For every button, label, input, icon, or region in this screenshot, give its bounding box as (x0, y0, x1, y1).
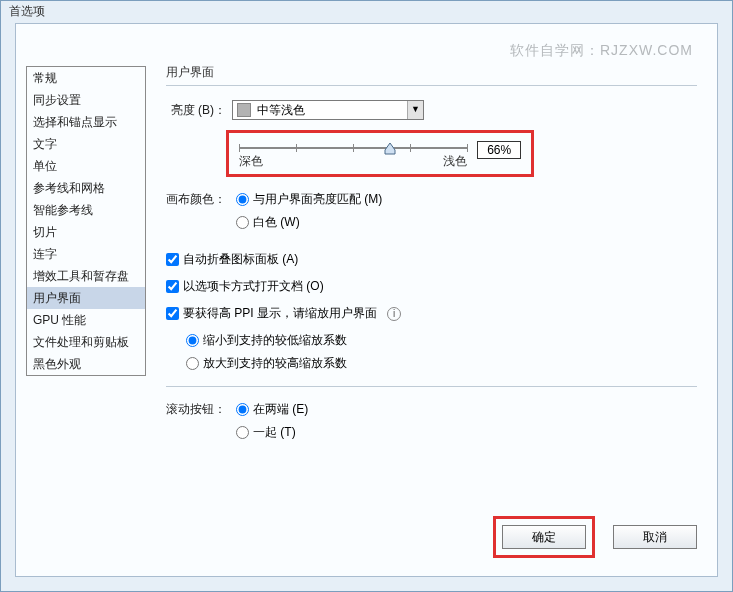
radio-option[interactable]: 一起 (T) (236, 424, 308, 441)
radio-label: 一起 (T) (253, 424, 296, 441)
dialog-title: 首选项 (1, 1, 732, 21)
brightness-selected: 中等浅色 (255, 102, 407, 119)
open-tabs-row[interactable]: 以选项卡方式打开文档 (O) (166, 278, 697, 295)
brightness-row: 亮度 (B)： 中等浅色 ▼ (166, 100, 697, 120)
radio-label: 在两端 (E) (253, 401, 308, 418)
high-ppi-group: 缩小到支持的较低缩放系数放大到支持的较高缩放系数 (186, 332, 697, 372)
radio-option[interactable]: 放大到支持的较高缩放系数 (186, 355, 697, 372)
radio-option[interactable]: 白色 (W) (236, 214, 382, 231)
sidebar-item[interactable]: 常规 (27, 67, 145, 89)
radio-label: 放大到支持的较高缩放系数 (203, 355, 347, 372)
content-area: 软件自学网：RJZXW.COM 常规同步设置选择和锚点显示文字单位参考线和网格智… (15, 23, 718, 577)
sidebar-item[interactable]: 黑色外观 (27, 353, 145, 375)
slider-thumb[interactable] (384, 141, 396, 155)
ok-button[interactable]: 确定 (502, 525, 586, 549)
sidebar-item[interactable]: 用户界面 (27, 287, 145, 309)
auto-collapse-row[interactable]: 自动折叠图标面板 (A) (166, 251, 697, 268)
sidebar-item[interactable]: 参考线和网格 (27, 177, 145, 199)
sidebar-item[interactable]: GPU 性能 (27, 309, 145, 331)
brightness-slider-highlight: 深色 浅色 66% (226, 130, 534, 177)
canvas-color-label: 画布颜色： (166, 191, 232, 208)
brightness-swatch (237, 103, 251, 117)
svg-marker-0 (385, 143, 395, 154)
brightness-dropdown[interactable]: 中等浅色 ▼ (232, 100, 424, 120)
radio-option[interactable]: 缩小到支持的较低缩放系数 (186, 332, 697, 349)
brightness-label: 亮度 (B)： (166, 102, 232, 119)
section-header: 用户界面 (166, 64, 697, 81)
canvas-color-group: 与用户界面亮度匹配 (M)白色 (W) (236, 191, 382, 231)
category-sidebar: 常规同步设置选择和锚点显示文字单位参考线和网格智能参考线切片连字增效工具和暂存盘… (26, 66, 146, 376)
radio-label: 白色 (W) (253, 214, 300, 231)
slider-track (239, 147, 467, 149)
slider-max-label: 浅色 (443, 153, 467, 170)
watermark-text: 软件自学网：RJZXW.COM (510, 42, 693, 60)
scroll-buttons-group: 在两端 (E)一起 (T) (236, 401, 308, 441)
sidebar-item[interactable]: 同步设置 (27, 89, 145, 111)
scroll-buttons-label: 滚动按钮： (166, 401, 232, 418)
section-divider (166, 85, 697, 86)
slider-min-label: 深色 (239, 153, 263, 170)
high-ppi-row[interactable]: 要获得高 PPI 显示，请缩放用户界面 i (166, 305, 697, 322)
cancel-button[interactable]: 取消 (613, 525, 697, 549)
sidebar-item[interactable]: 智能参考线 (27, 199, 145, 221)
high-ppi-label: 要获得高 PPI 显示，请缩放用户界面 (183, 305, 377, 322)
brightness-slider[interactable]: 深色 浅色 (239, 139, 467, 170)
radio-input[interactable] (186, 334, 199, 347)
canvas-color-row: 画布颜色： 与用户界面亮度匹配 (M)白色 (W) (166, 191, 697, 231)
radio-input[interactable] (236, 216, 249, 229)
auto-collapse-checkbox[interactable] (166, 253, 179, 266)
radio-input[interactable] (236, 193, 249, 206)
open-tabs-checkbox[interactable] (166, 280, 179, 293)
sidebar-item[interactable]: 选择和锚点显示 (27, 111, 145, 133)
sidebar-item[interactable]: 增效工具和暂存盘 (27, 265, 145, 287)
radio-option[interactable]: 与用户界面亮度匹配 (M) (236, 191, 382, 208)
radio-label: 与用户界面亮度匹配 (M) (253, 191, 382, 208)
radio-input[interactable] (186, 357, 199, 370)
info-icon: i (387, 307, 401, 321)
sidebar-item[interactable]: 单位 (27, 155, 145, 177)
brightness-value-input[interactable]: 66% (477, 141, 521, 159)
slider-labels: 深色 浅色 (239, 153, 467, 170)
preferences-dialog: 首选项 软件自学网：RJZXW.COM 常规同步设置选择和锚点显示文字单位参考线… (0, 0, 733, 592)
radio-input[interactable] (236, 403, 249, 416)
sidebar-item[interactable]: 切片 (27, 221, 145, 243)
open-tabs-label: 以选项卡方式打开文档 (O) (183, 278, 324, 295)
radio-label: 缩小到支持的较低缩放系数 (203, 332, 347, 349)
button-bar: 确定 取消 (493, 516, 697, 558)
high-ppi-checkbox[interactable] (166, 307, 179, 320)
section-divider-2 (166, 386, 697, 387)
auto-collapse-label: 自动折叠图标面板 (A) (183, 251, 298, 268)
ok-button-highlight: 确定 (493, 516, 595, 558)
sidebar-item[interactable]: 文件处理和剪贴板 (27, 331, 145, 353)
sidebar-item[interactable]: 文字 (27, 133, 145, 155)
radio-option[interactable]: 在两端 (E) (236, 401, 308, 418)
sidebar-item[interactable]: 连字 (27, 243, 145, 265)
chevron-down-icon: ▼ (407, 101, 423, 119)
radio-input[interactable] (236, 426, 249, 439)
main-panel: 用户界面 亮度 (B)： 中等浅色 ▼ (166, 64, 697, 516)
scroll-buttons-row: 滚动按钮： 在两端 (E)一起 (T) (166, 401, 697, 441)
